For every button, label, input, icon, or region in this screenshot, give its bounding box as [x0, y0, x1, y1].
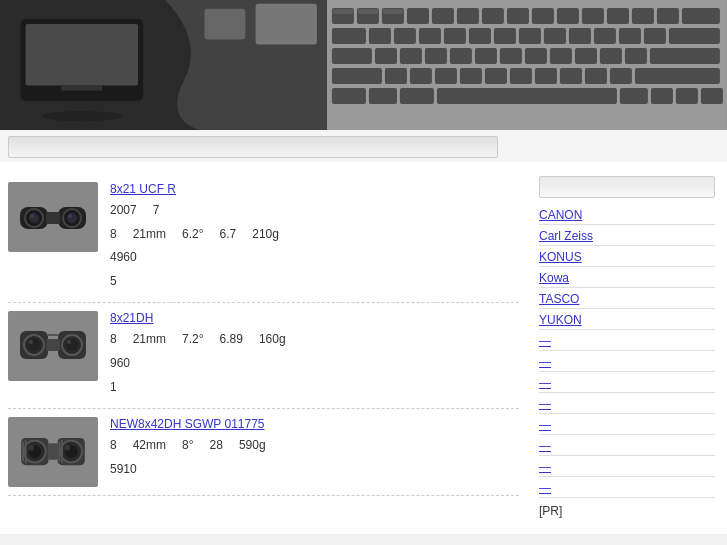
spec-price2: 1	[110, 377, 117, 399]
sidebar-dash-4[interactable]: —	[539, 395, 715, 414]
spec-fov: 7.2°	[182, 329, 203, 351]
svg-rect-20	[632, 8, 654, 24]
spec-mag: 8	[110, 224, 117, 246]
svg-rect-37	[332, 48, 372, 64]
svg-rect-52	[410, 68, 432, 84]
svg-rect-15	[507, 8, 529, 24]
svg-rect-57	[535, 68, 557, 84]
svg-rect-56	[510, 68, 532, 84]
svg-rect-72	[383, 9, 403, 14]
specs-row2: 8 21mm 6.2° 6.7 210g	[110, 224, 519, 246]
svg-rect-18	[582, 8, 604, 24]
svg-rect-60	[610, 68, 632, 84]
sidebar-dash-1[interactable]: —	[539, 332, 715, 351]
sidebar-brand-kowa[interactable]: Kowa	[539, 269, 715, 288]
svg-point-3	[41, 111, 123, 121]
svg-rect-75	[46, 212, 60, 224]
spec-exit: 6.7	[220, 224, 237, 246]
svg-rect-62	[332, 88, 366, 104]
product-item: NEW8x42DH SGWP 011775 8 42mm 8° 28 590g …	[8, 409, 519, 496]
sidebar-dash-5[interactable]: —	[539, 416, 715, 435]
product-specs: 8 42mm 8° 28 590g 5910	[110, 435, 519, 480]
spec-obj: 21mm	[133, 224, 166, 246]
svg-rect-38	[375, 48, 397, 64]
product-item: 8x21DH 8 21mm 7.2° 6.89 160g 960	[8, 303, 519, 409]
svg-rect-27	[444, 28, 466, 44]
svg-rect-36	[669, 28, 720, 44]
svg-rect-63	[369, 88, 397, 104]
svg-point-100	[65, 445, 70, 450]
svg-rect-23	[332, 28, 366, 44]
svg-rect-84	[46, 339, 60, 351]
specs-row2: 5910	[110, 459, 519, 481]
specs-row4: 5	[110, 271, 519, 293]
sidebar-brand-yukon[interactable]: YUKON	[539, 311, 715, 330]
svg-point-90	[67, 340, 71, 344]
svg-rect-13	[457, 8, 479, 24]
product-title-link[interactable]: 8x21DH	[110, 311, 519, 325]
svg-rect-21	[657, 8, 679, 24]
sidebar-search-input[interactable]	[539, 176, 715, 198]
svg-rect-64	[400, 88, 434, 104]
svg-rect-55	[485, 68, 507, 84]
svg-rect-43	[500, 48, 522, 64]
search-input[interactable]	[8, 136, 498, 158]
svg-rect-61	[635, 68, 720, 84]
svg-rect-48	[625, 48, 647, 64]
sidebar-brand-carlzeiss[interactable]: Carl Zeiss	[539, 227, 715, 246]
product-specs: 2007 7 8 21mm 6.2° 6.7 210g 4960	[110, 200, 519, 292]
svg-rect-50	[332, 68, 382, 84]
svg-rect-47	[600, 48, 622, 64]
svg-rect-65	[437, 88, 617, 104]
svg-rect-102	[25, 440, 27, 464]
svg-rect-39	[400, 48, 422, 64]
product-item: 8x21 UCF R 2007 7 8 21mm 6.2° 6.7 210g	[8, 174, 519, 303]
specs-row: 2007 7	[110, 200, 519, 222]
sidebar-brand-konus[interactable]: KONUS	[539, 248, 715, 267]
svg-rect-45	[550, 48, 572, 64]
specs-row3: 1	[110, 377, 519, 399]
page-wrapper: 8x21 UCF R 2007 7 8 21mm 6.2° 6.7 210g	[0, 0, 727, 534]
svg-rect-42	[475, 48, 497, 64]
spec-exit: 6.89	[220, 329, 243, 351]
svg-rect-94	[48, 444, 59, 460]
svg-rect-41	[450, 48, 472, 64]
svg-rect-25	[394, 28, 416, 44]
svg-rect-14	[482, 8, 504, 24]
svg-rect-12	[432, 8, 454, 24]
svg-rect-66	[620, 88, 648, 104]
sidebar-dash-7[interactable]: —	[539, 458, 715, 477]
svg-rect-34	[619, 28, 641, 44]
product-title-link[interactable]: NEW8x42DH SGWP 011775	[110, 417, 519, 431]
spec-price1: 5910	[110, 459, 137, 481]
svg-rect-11	[407, 8, 429, 24]
svg-rect-104	[61, 440, 63, 464]
svg-rect-70	[333, 9, 353, 14]
sidebar-brand-canon[interactable]: CANON	[539, 206, 715, 225]
sidebar-brand-tasco[interactable]: TASCO	[539, 290, 715, 309]
specs-row: 8 21mm 7.2° 6.89 160g	[110, 329, 519, 351]
sidebar-dash-6[interactable]: —	[539, 437, 715, 456]
spec-mag: 8	[110, 435, 117, 457]
product-title-link[interactable]: 8x21 UCF R	[110, 182, 519, 196]
svg-rect-5	[204, 9, 245, 40]
spec-year: 2007	[110, 200, 137, 222]
spec-obj: 42mm	[133, 435, 166, 457]
svg-rect-4	[61, 85, 102, 90]
svg-rect-69	[701, 88, 723, 104]
svg-rect-101	[22, 442, 24, 462]
spec-weight: 210g	[252, 224, 279, 246]
sidebar-dash-2[interactable]: —	[539, 353, 715, 372]
product-specs: 8 21mm 7.2° 6.89 160g 960 1	[110, 329, 519, 398]
spec-price1: 4960	[110, 247, 137, 269]
svg-point-80	[30, 214, 34, 218]
spec-fov: 8°	[182, 435, 193, 457]
svg-rect-19	[607, 8, 629, 24]
svg-rect-31	[544, 28, 566, 44]
svg-point-78	[29, 213, 39, 223]
header-left	[0, 0, 327, 130]
sidebar-dash-3[interactable]: —	[539, 374, 715, 393]
sidebar-dash-8[interactable]: —	[539, 479, 715, 498]
svg-rect-68	[676, 88, 698, 104]
svg-rect-28	[469, 28, 491, 44]
